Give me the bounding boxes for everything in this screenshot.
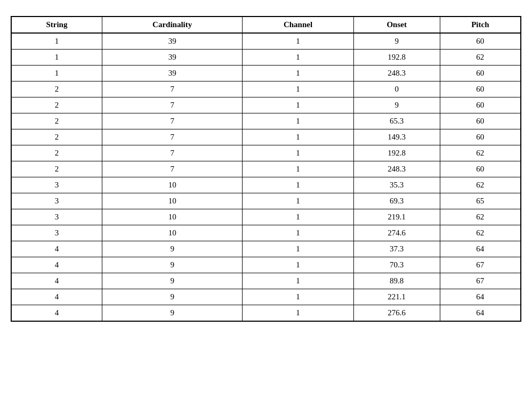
table-cell: 1 [243, 193, 353, 209]
table-row: 49137.364 [11, 241, 521, 257]
table-cell: 1 [243, 66, 353, 81]
table-cell: 3 [11, 209, 102, 225]
table-row: 271060 [11, 81, 521, 97]
table-row: 1391248.360 [11, 66, 521, 81]
table-cell: 1 [11, 33, 102, 50]
table-cell: 62 [440, 145, 521, 161]
table-cell: 39 [102, 33, 243, 50]
table-cell: 1 [243, 129, 353, 145]
table-cell: 62 [440, 225, 521, 241]
table-cell: 67 [440, 257, 521, 273]
table-cell: 1 [243, 161, 353, 177]
col-header-cardinality: Cardinality [102, 17, 243, 33]
table-cell: 7 [102, 97, 243, 113]
table-cell: 62 [440, 50, 521, 66]
col-header-channel: Channel [243, 17, 353, 33]
table-row: 310169.365 [11, 193, 521, 209]
table-cell: 9 [102, 241, 243, 257]
table-row: 49189.867 [11, 273, 521, 289]
table-cell: 3 [11, 193, 102, 209]
table-cell: 62 [440, 177, 521, 193]
table-row: 271960 [11, 97, 521, 113]
table-cell: 1 [243, 305, 353, 322]
table-cell: 9 [102, 289, 243, 305]
table-cell: 69.3 [353, 193, 440, 209]
table-row: 27165.360 [11, 113, 521, 129]
table-cell: 248.3 [353, 66, 440, 81]
table-cell: 274.6 [353, 225, 440, 241]
table-cell: 9 [102, 273, 243, 289]
table-cell: 7 [102, 161, 243, 177]
table-cell: 39 [102, 66, 243, 81]
table-cell: 1 [243, 177, 353, 193]
table-cell: 9 [353, 97, 440, 113]
table-row: 3101274.662 [11, 225, 521, 241]
table-cell: 60 [440, 97, 521, 113]
table-cell: 4 [11, 273, 102, 289]
table-row: 491221.164 [11, 289, 521, 305]
table-cell: 10 [102, 193, 243, 209]
table-cell: 1 [11, 66, 102, 81]
data-table: String Cardinality Channel Onset Pitch 1… [11, 16, 521, 322]
table-row: 1391192.862 [11, 50, 521, 66]
table-cell: 3 [11, 225, 102, 241]
table-cell: 1 [243, 145, 353, 161]
table-cell: 1 [243, 225, 353, 241]
table-row: 491276.664 [11, 305, 521, 322]
table-cell: 60 [440, 66, 521, 81]
table-cell: 2 [11, 113, 102, 129]
table-cell: 2 [11, 81, 102, 97]
table-cell: 35.3 [353, 177, 440, 193]
table-cell: 60 [440, 81, 521, 97]
table-container: String Cardinality Channel Onset Pitch 1… [11, 16, 521, 322]
table-row: 1391960 [11, 33, 521, 50]
table-cell: 1 [243, 273, 353, 289]
table-cell: 1 [243, 241, 353, 257]
col-header-pitch: Pitch [440, 17, 521, 33]
table-cell: 60 [440, 33, 521, 50]
table-cell: 7 [102, 145, 243, 161]
table-cell: 1 [243, 209, 353, 225]
table-cell: 64 [440, 241, 521, 257]
table-row: 271149.360 [11, 129, 521, 145]
table-cell: 10 [102, 209, 243, 225]
table-cell: 1 [243, 33, 353, 50]
table-cell: 4 [11, 305, 102, 322]
table-cell: 4 [11, 241, 102, 257]
table-cell: 1 [243, 289, 353, 305]
table-cell: 7 [102, 129, 243, 145]
table-cell: 2 [11, 129, 102, 145]
col-header-onset: Onset [353, 17, 440, 33]
table-cell: 1 [243, 50, 353, 66]
table-cell: 7 [102, 113, 243, 129]
table-cell: 1 [243, 257, 353, 273]
table-cell: 60 [440, 129, 521, 145]
table-cell: 1 [243, 97, 353, 113]
table-cell: 64 [440, 289, 521, 305]
table-cell: 219.1 [353, 209, 440, 225]
table-cell: 2 [11, 145, 102, 161]
table-cell: 248.3 [353, 161, 440, 177]
table-cell: 9 [102, 305, 243, 322]
table-cell: 60 [440, 113, 521, 129]
table-row: 271192.862 [11, 145, 521, 161]
table-cell: 0 [353, 81, 440, 97]
table-row: 310135.362 [11, 177, 521, 193]
table-cell: 70.3 [353, 257, 440, 273]
table-row: 271248.360 [11, 161, 521, 177]
table-cell: 1 [11, 50, 102, 66]
table-row: 49170.367 [11, 257, 521, 273]
table-cell: 60 [440, 161, 521, 177]
table-cell: 4 [11, 289, 102, 305]
table-cell: 149.3 [353, 129, 440, 145]
table-cell: 9 [102, 257, 243, 273]
table-cell: 65 [440, 193, 521, 209]
table-cell: 65.3 [353, 113, 440, 129]
table-cell: 2 [11, 161, 102, 177]
table-cell: 192.8 [353, 145, 440, 161]
table-cell: 2 [11, 97, 102, 113]
table-header-row: String Cardinality Channel Onset Pitch [11, 17, 521, 33]
table-cell: 37.3 [353, 241, 440, 257]
table-cell: 67 [440, 273, 521, 289]
table-cell: 9 [353, 33, 440, 50]
